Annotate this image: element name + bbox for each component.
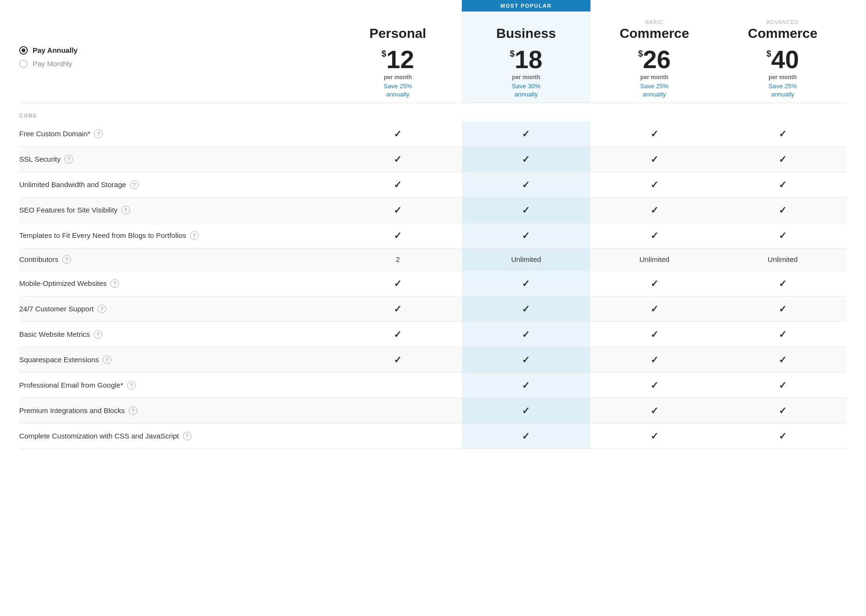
feature-value-plan-0: ✓ <box>334 296 462 321</box>
help-icon[interactable]: ? <box>94 130 103 138</box>
basic-commerce-dollar: $ <box>638 49 643 59</box>
pay-monthly-option[interactable]: Pay Monthly <box>19 59 334 68</box>
checkmark-icon: ✓ <box>779 129 787 139</box>
feature-value-plan-2: ✓ <box>590 423 719 449</box>
checkmark-icon: ✓ <box>394 329 402 340</box>
feature-value-text: Unlimited <box>768 255 798 263</box>
help-icon[interactable]: ? <box>97 305 106 313</box>
advanced-commerce-price: 40 <box>771 47 799 72</box>
feature-label: Unlimited Bandwidth and Storage <box>19 180 126 189</box>
feature-value-plan-1: Unlimited <box>462 248 590 271</box>
monthly-radio[interactable] <box>19 59 28 68</box>
checkmark-icon: ✓ <box>522 129 530 139</box>
feature-label: Mobile-Optimized Websites <box>19 279 107 287</box>
feature-value-plan-2: ✓ <box>590 121 719 147</box>
annually-radio[interactable] <box>19 46 28 55</box>
feature-value-plan-3: Unlimited <box>719 248 847 271</box>
checkmark-icon: ✓ <box>779 405 787 416</box>
table-row: Premium Integrations and Blocks?✓✓✓ <box>19 398 847 423</box>
feature-name-cell: 24/7 Customer Support? <box>19 296 334 321</box>
help-icon[interactable]: ? <box>190 231 199 240</box>
feature-value-plan-2: ✓ <box>590 372 719 398</box>
help-icon[interactable]: ? <box>103 355 111 364</box>
checkmark-icon: ✓ <box>779 278 787 289</box>
checkmark-icon: ✓ <box>650 380 659 391</box>
help-icon[interactable]: ? <box>121 206 130 214</box>
checkmark-icon: ✓ <box>779 179 787 190</box>
business-save: Save 30%annually <box>473 83 578 99</box>
basic-commerce-save: Save 25%annually <box>602 83 707 99</box>
help-icon[interactable]: ? <box>62 255 71 264</box>
help-icon[interactable]: ? <box>183 432 192 440</box>
pay-annually-option[interactable]: Pay Annually <box>19 46 334 55</box>
feature-name-cell: Mobile-Optimized Websites? <box>19 271 334 296</box>
feature-label: Professional Email from Google* <box>19 381 123 389</box>
basic-commerce-plan-header: BASIC Commerce $ 26 per month Save 25%an… <box>590 12 719 103</box>
help-icon[interactable]: ? <box>127 381 136 390</box>
help-icon[interactable]: ? <box>64 155 73 164</box>
feature-value-plan-1: ✓ <box>462 372 590 398</box>
feature-name-cell: SEO Features for Site Visibility? <box>19 197 334 223</box>
empty-header <box>19 0 334 12</box>
feature-value-plan-2: ✓ <box>590 223 719 248</box>
feature-value-plan-0: ✓ <box>334 223 462 248</box>
checkmark-icon: ✓ <box>650 179 659 190</box>
personal-dollar: $ <box>382 49 386 59</box>
feature-value-plan-1: ✓ <box>462 197 590 223</box>
pay-annually-label: Pay Annually <box>33 46 78 54</box>
feature-name-cell: Unlimited Bandwidth and Storage? <box>19 172 334 197</box>
feature-name-cell: Basic Website Metrics? <box>19 321 334 347</box>
checkmark-icon: ✓ <box>650 230 659 241</box>
checkmark-icon: ✓ <box>394 205 402 215</box>
table-row: SSL Security?✓✓✓✓ <box>19 146 847 172</box>
table-row: Professional Email from Google*?✓✓✓ <box>19 372 847 398</box>
personal-price: 12 <box>386 47 414 72</box>
checkmark-icon: ✓ <box>779 304 787 314</box>
plan-header-row: Pay Annually Pay Monthly Personal $ 1 <box>19 12 847 103</box>
business-price: 18 <box>515 47 542 72</box>
feature-value-plan-2: ✓ <box>590 271 719 296</box>
help-icon[interactable]: ? <box>129 406 137 415</box>
feature-value-plan-0: ✓ <box>334 271 462 296</box>
advanced-commerce-main-label: Commerce <box>730 26 835 41</box>
feature-value-plan-2: ✓ <box>590 197 719 223</box>
checkmark-icon: ✓ <box>394 355 402 365</box>
table-row: Contributors?2UnlimitedUnlimitedUnlimite… <box>19 248 847 271</box>
personal-banner-cell <box>334 0 462 12</box>
advanced-commerce-dollar: $ <box>766 49 771 59</box>
advanced-commerce-banner-cell <box>719 0 847 12</box>
feature-value-plan-0: ✓ <box>334 321 462 347</box>
advanced-commerce-price-row: $ 40 <box>730 47 835 72</box>
help-icon[interactable]: ? <box>94 330 102 339</box>
feature-value-plan-1: ✓ <box>462 172 590 197</box>
most-popular-banner: MOST POPULAR <box>462 0 590 12</box>
checkmark-icon: ✓ <box>779 431 787 441</box>
feature-label: Complete Customization with CSS and Java… <box>19 432 179 440</box>
advanced-commerce-sub-label: ADVANCED <box>730 19 835 25</box>
feature-value-plan-0 <box>334 372 462 398</box>
feature-value-plan-2: ✓ <box>590 172 719 197</box>
help-icon[interactable]: ? <box>110 279 119 288</box>
feature-label: SSL Security <box>19 155 60 163</box>
checkmark-icon: ✓ <box>394 129 402 139</box>
checkmark-icon: ✓ <box>522 329 530 340</box>
checkmark-icon: ✓ <box>522 230 530 241</box>
feature-value-plan-0: 2 <box>334 248 462 271</box>
feature-value-plan-0: ✓ <box>334 197 462 223</box>
feature-value-plan-2: Unlimited <box>590 248 719 271</box>
feature-value-plan-1: ✓ <box>462 321 590 347</box>
billing-toggle[interactable]: Pay Annually Pay Monthly <box>19 36 334 78</box>
table-row: SEO Features for Site Visibility?✓✓✓✓ <box>19 197 847 223</box>
feature-value-plan-1: ✓ <box>462 223 590 248</box>
checkmark-icon: ✓ <box>779 230 787 241</box>
feature-name-cell: Templates to Fit Every Need from Blogs t… <box>19 223 334 248</box>
checkmark-icon: ✓ <box>650 278 659 289</box>
feature-value-plan-3: ✓ <box>719 423 847 449</box>
table-row: Complete Customization with CSS and Java… <box>19 423 847 449</box>
help-icon[interactable]: ? <box>130 180 139 189</box>
checkmark-icon: ✓ <box>394 230 402 241</box>
feature-value-plan-0: ✓ <box>334 121 462 147</box>
feature-name-cell: Free Custom Domain*? <box>19 121 334 147</box>
feature-value-plan-0 <box>334 423 462 449</box>
feature-value-plan-0: ✓ <box>334 146 462 172</box>
